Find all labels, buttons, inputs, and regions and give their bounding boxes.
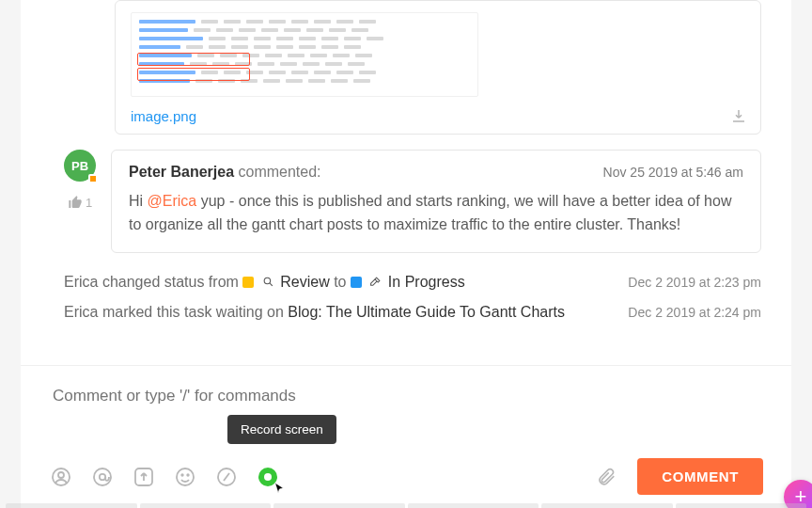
svg-point-3 [94,468,111,485]
slash-command-icon[interactable] [214,465,239,489]
comment-author[interactable]: Peter Banerjea [129,164,234,180]
attachment-thumbnail [131,12,478,97]
activity-row: Erica changed status from Review to In P… [64,274,761,291]
at-mention-icon[interactable] [90,465,115,489]
activity-timestamp: Dec 2 2019 at 2:23 pm [628,275,761,290]
attachment-filename[interactable]: image.png [131,108,745,124]
comment-text: Hi [129,193,148,209]
emoji-icon[interactable] [173,465,197,489]
magnifier-icon [262,276,274,288]
record-screen-icon[interactable] [256,465,280,489]
avatar-status-icon [88,174,98,183]
svg-point-7 [181,474,183,476]
task-link[interactable]: Blog: The Ultimate Guide To Gantt Charts [288,304,565,320]
svg-point-6 [177,468,194,485]
svg-point-2 [58,472,64,478]
activity-timestamp: Dec 2 2019 at 2:24 pm [628,305,761,320]
svg-point-11 [264,473,272,481]
comment-block: PB 1 Peter Banerjea commented: Nov 25 20… [64,150,761,253]
svg-point-4 [100,473,105,479]
comment-input[interactable]: Comment or type '/' for commands [49,385,763,407]
avatar-initials: PB [71,159,88,173]
like-count: 1 [86,196,92,210]
download-icon[interactable] [730,107,747,124]
comment-meta-column: PB 1 [64,150,96,210]
like-button[interactable]: 1 [68,195,92,210]
activity-row: Erica marked this task waiting on Blog: … [64,304,761,321]
activity-text: changed status from [98,274,242,290]
svg-point-0 [264,278,271,284]
status-color-chip [242,277,254,288]
status-to: In Progress [388,274,465,290]
svg-point-8 [187,474,189,476]
paperclip-icon[interactable] [594,465,618,489]
comment-body: Hi @Erica yup - once this is published a… [129,190,743,237]
comment-timestamp: Nov 25 2019 at 5:46 am [603,165,743,180]
browser-tab-strip [0,503,812,508]
comment-verb: commented: [239,164,321,180]
activity-text: to [334,274,351,290]
comment-button[interactable]: COMMENT [637,458,763,495]
comment-input-area: Comment or type '/' for commands Record … [21,365,791,508]
comment-card: Peter Banerjea commented: Nov 25 2019 at… [111,150,761,253]
assignee-icon[interactable] [49,465,73,489]
status-from: Review [280,274,329,290]
activity-text: marked this task waiting on [98,304,288,320]
avatar[interactable]: PB [64,150,96,182]
activity-actor[interactable]: Erica [64,274,98,290]
activity-actor[interactable]: Erica [64,304,98,320]
status-color-chip [351,277,362,288]
hammer-icon [369,276,382,288]
mention[interactable]: @Erica [148,193,197,209]
upload-icon[interactable] [132,465,156,489]
record-screen-tooltip: Record screen [227,415,336,444]
comment-text: yup - once this is published and starts … [129,193,731,232]
cursor-icon [273,482,288,497]
task-detail-pane: image.png PB 1 Peter Banerjea commented:… [21,0,791,508]
comment-toolbar: COMMENT [49,458,763,495]
attachment-card[interactable]: image.png [115,0,761,135]
